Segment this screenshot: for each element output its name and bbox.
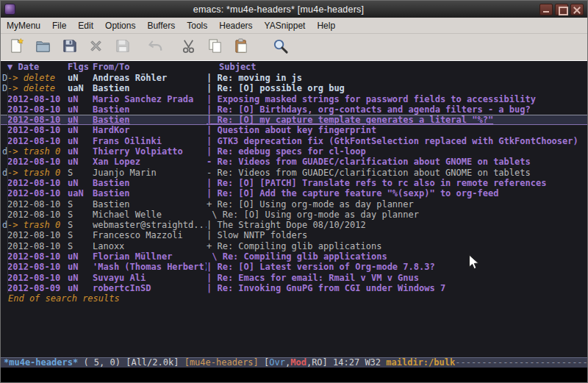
message-row[interactable]: 2012-08-10 uN Bastien | Re: [O] my captu…: [1, 115, 587, 125]
modeline-segment: --------------------------------------: [455, 357, 587, 368]
message-date: 2012-08-10: [7, 188, 68, 198]
message-row[interactable]: d -> trash 0 uN Thierry Volpiatto | Re: …: [1, 146, 587, 157]
message-row[interactable]: 2012-08-10 uN Frans Oilinki | GTK3 depre…: [1, 136, 587, 146]
message-mark: [1, 283, 7, 293]
message-row[interactable]: 2012-08-10 uN 'Mash (Thomas Herbert) | R…: [1, 262, 587, 272]
paste-icon: [233, 37, 250, 57]
kill-buffer-button[interactable]: [85, 36, 107, 58]
column-header-date[interactable]: ▼ Date: [1, 61, 68, 73]
new-file-icon: [8, 37, 25, 57]
cut-button[interactable]: [177, 36, 199, 58]
modeline-segment: ( 5, 0): [78, 357, 126, 368]
message-mark: D: [1, 73, 7, 83]
message-subject: | Re: [O] Latest version of Org-mode 7.8…: [207, 262, 587, 272]
message-date: 2012-08-09: [7, 283, 68, 293]
paste-button[interactable]: [230, 36, 252, 58]
message-row[interactable]: 2012-08-10 uN Florian Müllner \ Re: Comp…: [1, 251, 587, 262]
message-row[interactable]: 2012-08-10 uN HardKor | Question about k…: [1, 125, 587, 135]
message-date: -> trash 0: [7, 146, 68, 157]
new-file-button[interactable]: [5, 36, 27, 58]
column-header-from[interactable]: From/To: [93, 61, 207, 73]
message-row[interactable]: d -> trash 0 S Juanjo Marin - Re: Videos…: [1, 168, 587, 178]
menubar-item-edit[interactable]: Edit: [72, 18, 99, 33]
message-mark: [1, 188, 7, 198]
message-mark: [1, 199, 7, 210]
message-from: Mario Sanchez Prada: [93, 94, 207, 104]
message-subject: | Re: Invoking GnuPG from CGI under Wind…: [207, 283, 587, 293]
modeline-segment: Mod: [290, 357, 306, 368]
headers-buffer: ▼ Date Flgs From/To Subject D -> delete …: [1, 61, 587, 357]
message-subject: | GTK3 deprecation fix (GtkFontSelection…: [207, 136, 587, 146]
menubar-item-file[interactable]: File: [46, 18, 72, 33]
modeline-segment: Ovr: [269, 357, 285, 368]
modeline-segment: [mu4e-headers]: [184, 357, 259, 368]
maximize-button[interactable]: [555, 4, 568, 15]
emacs-icon: [4, 4, 15, 15]
headers-header-line: ▼ Date Flgs From/To Subject: [1, 61, 587, 73]
open-file-button[interactable]: [32, 36, 54, 58]
echo-area[interactable]: [1, 368, 587, 382]
modeline-segment: RO: [312, 357, 322, 368]
message-row[interactable]: 2012-08-10 S Michael Welle \ Re: [O] Usi…: [1, 210, 587, 220]
message-from: webmaster@straightd...: [93, 220, 207, 230]
message-row[interactable]: 2012-08-10 uN Suvayu Ali | Re: Emacs for…: [1, 273, 587, 283]
message-from: Bastien: [93, 83, 207, 93]
message-row[interactable]: 2012-08-10 S Bastien + Re: [O] Using org…: [1, 199, 587, 210]
menubar-item-tools[interactable]: Tools: [181, 18, 213, 33]
message-row[interactable]: D -> delete uN Andreas Röhler | Re: movi…: [1, 73, 587, 83]
message-row[interactable]: d -> trash 0 S webmaster@straightd... | …: [1, 220, 587, 230]
message-subject: | Re: [O] Birthdays, org-contacts and ag…: [207, 104, 587, 115]
column-header-subject[interactable]: Subject: [207, 61, 587, 73]
menubar-item-yasnippet[interactable]: YASnippet: [259, 18, 312, 33]
message-row[interactable]: 2012-08-10 uN Bastien | Re: [O] Birthday…: [1, 104, 587, 115]
message-date: 2012-08-10: [7, 157, 68, 167]
minimize-button[interactable]: [539, 4, 553, 15]
message-row[interactable]: 2012-08-10 uN Mario Sanchez Prada | Expo…: [1, 94, 587, 104]
toolbar: [1, 34, 587, 61]
message-date: -> trash 0: [7, 220, 68, 230]
message-row[interactable]: 2012-08-10 S Lanoxx + Re: Compiling glib…: [1, 241, 587, 251]
cut-icon: [180, 37, 197, 57]
menubar-item-mymenu[interactable]: MyMenu: [1, 18, 46, 33]
message-flags: uN: [68, 115, 93, 125]
message-subject: | Re: Emacs for email: Rmail v VM v Gnus: [207, 273, 587, 283]
message-flags: uN: [68, 136, 93, 146]
emacs-window: emacs: *mu4e-headers* [mu4e-headers] MyM…: [0, 0, 588, 383]
message-date: 2012-08-10: [7, 104, 68, 115]
close-button[interactable]: [570, 4, 584, 15]
save-as-button[interactable]: [111, 36, 133, 58]
message-from: Michael Welle: [93, 210, 207, 220]
message-subject: | Re: moving in js: [207, 73, 587, 83]
message-row[interactable]: 2012-08-10 uaN Bastien | Re: [O] Add the…: [1, 188, 587, 198]
message-date: 2012-08-10: [7, 125, 68, 135]
message-date: -> trash 0: [7, 168, 68, 178]
message-row[interactable]: 2012-08-10 uN Xan Lopez - Re: Videos fro…: [1, 157, 587, 167]
message-row[interactable]: 2012-08-10 uN Bastien | Re: [O] [PATCH] …: [1, 178, 587, 188]
message-row[interactable]: D -> delete uaN Bastien | Re: [O] possib…: [1, 83, 587, 93]
message-date: 2012-08-10: [7, 241, 68, 251]
menubar-item-headers[interactable]: Headers: [213, 18, 258, 33]
menubar-item-help[interactable]: Help: [311, 18, 341, 33]
modeline-segment: 14:27 W32: [333, 357, 386, 368]
message-flags: uN: [68, 262, 93, 272]
menubar-item-buffers[interactable]: Buffers: [141, 18, 181, 33]
message-mark: [1, 262, 7, 272]
message-row[interactable]: 2012-08-09 uN robertcInSD | Re: Invoking…: [1, 283, 587, 293]
message-mark: [1, 94, 7, 104]
message-from: Suvayu Ali: [93, 273, 207, 283]
message-flags: S: [68, 230, 93, 240]
message-date: -> delete: [7, 73, 68, 83]
message-flags: uN: [68, 73, 93, 83]
column-header-flags[interactable]: Flgs: [68, 61, 93, 73]
message-row[interactable]: 2012-08-10 S Francesco Mazzoli | Slow NN…: [1, 230, 587, 240]
menubar-item-options[interactable]: Options: [99, 18, 141, 33]
undo-button[interactable]: [144, 36, 166, 58]
modeline-segment: ]: [323, 357, 333, 368]
message-mark: [1, 230, 7, 240]
save-button[interactable]: [58, 36, 80, 58]
copy-button[interactable]: [204, 36, 226, 58]
message-from: HardKor: [93, 125, 207, 135]
search-button[interactable]: [269, 36, 291, 58]
message-flags: uN: [68, 94, 93, 104]
message-mark: [1, 210, 7, 220]
